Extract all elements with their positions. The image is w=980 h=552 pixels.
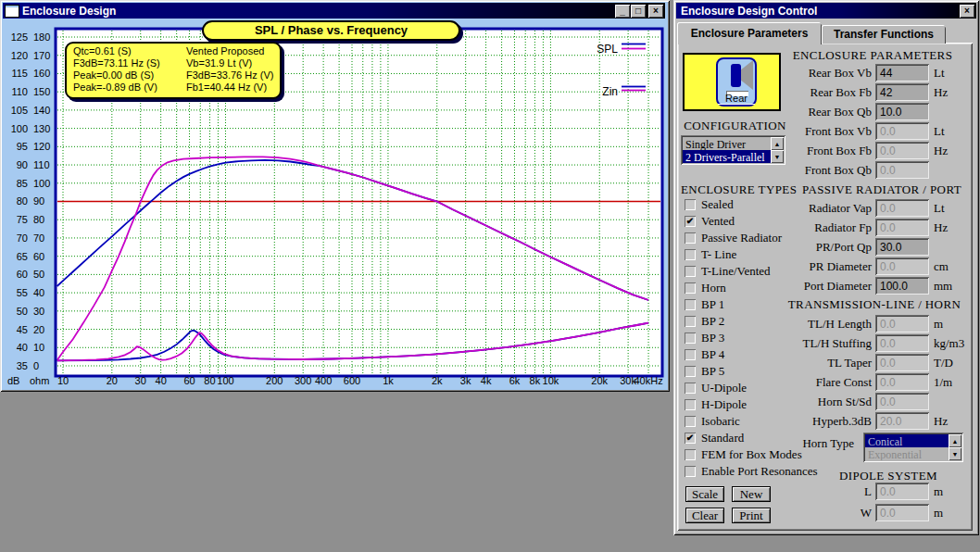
checkbox-sealed[interactable]	[685, 199, 696, 210]
control-close-button[interactable]: ×	[960, 5, 974, 18]
field-input-front-box-qb[interactable]: 0.0	[875, 161, 929, 179]
field-input-pr-diameter[interactable]: 0.0	[875, 257, 929, 275]
minimize-button[interactable]: _	[615, 5, 630, 18]
y-axis-db-tick: 95	[17, 141, 28, 152]
checkbox-standard[interactable]: ✔	[685, 433, 696, 444]
checkbox-fem-for-box-modes[interactable]	[685, 449, 696, 460]
horn-scroll-down-button[interactable]: ▼	[949, 447, 961, 460]
checkbox-label-bp-5: BP 5	[701, 364, 724, 379]
checkbox-h-dipole[interactable]	[685, 399, 696, 410]
info-line: Fb1=40.44 Hz (V)	[186, 82, 280, 94]
field-input-rear-box-qb[interactable]: 10.0	[875, 103, 929, 120]
checkbox-bp-4[interactable]	[685, 349, 696, 360]
checkbox-horn[interactable]	[685, 282, 696, 294]
horn-type-option-conical[interactable]: Conical	[865, 434, 949, 447]
field-input-port-diameter[interactable]: 100.0	[875, 277, 929, 295]
field-input-w[interactable]: 0.0	[875, 504, 929, 521]
y-axis-db-tick: 120	[11, 50, 28, 61]
field-unit-tl-h-length: m	[934, 317, 943, 332]
y-axis-db-tick: 75	[17, 214, 28, 225]
enclosure-type-row: FEM for Box Modes	[673, 446, 886, 463]
field-unit-rear-box-vb: Lt	[934, 66, 945, 81]
maximize-button[interactable]: □	[631, 5, 646, 18]
horn-scroll-up-button[interactable]: ▲	[949, 434, 961, 447]
field-input-rear-box-fb[interactable]: 42	[875, 83, 929, 101]
field-input-rear-box-vb[interactable]: 44	[875, 64, 929, 82]
control-window-titlebar[interactable]: Enclosure Design Control ×	[676, 3, 976, 19]
checkbox-label-horn: Horn	[701, 281, 726, 295]
field-input-tl-h-length[interactable]: 0.0	[875, 315, 929, 332]
y-axis-ohm-tick: 160	[33, 68, 50, 79]
field-unit-radiator-fp: Hz	[934, 220, 948, 235]
enclosure-parameters-header: ENCLOSURE PARAMETERS	[780, 48, 965, 63]
y-axis-ohm-tick: 90	[33, 195, 44, 207]
y-axis-db-tick: 110	[11, 86, 28, 97]
x-axis-tick: 10k	[543, 375, 559, 386]
y-axis-ohm-tick: 130	[33, 123, 50, 134]
y-axis-db-label: dB	[7, 375, 19, 386]
chart-window-titlebar[interactable]: Enclosure Design _ □ ×	[3, 3, 665, 19]
info-line: F3dB=33.76 Hz (V)	[186, 69, 280, 82]
enclosure-type-row: ✔Standard	[673, 430, 886, 446]
field-unit-front-box-vb: Lt	[934, 124, 945, 139]
field-input-pr-port-qp[interactable]: 30.0	[875, 238, 929, 256]
chart-info-box: Qtc=0.61 (S)Vented ProposedF3dB=73.11 Hz…	[65, 42, 282, 99]
checkbox-u-dipole[interactable]	[685, 383, 696, 394]
y-axis-ohm-tick: 110	[33, 159, 50, 170]
field-input-front-box-fb[interactable]: 0.0	[875, 142, 929, 159]
dipole-system-header: DIPOLE SYSTEM	[796, 469, 980, 483]
clear-button[interactable]: Clear	[685, 508, 724, 523]
field-unit-port-diameter: mm	[934, 279, 952, 294]
field-label-horn-st-sd: Horn St/Sd	[729, 395, 872, 409]
y-axis-db-tick: 85	[17, 178, 28, 189]
checkbox-label-bp-3: BP 3	[701, 331, 724, 345]
field-label-tl-h-stuffing: TL/H Stuffing	[729, 336, 872, 351]
field-input-hyperb-3db[interactable]: 20.0	[875, 412, 929, 430]
y-axis-db-tick: 55	[17, 287, 28, 298]
window-system-icon[interactable]	[5, 5, 19, 18]
field-label-tl-taper: TL Taper	[729, 356, 872, 370]
field-label-front-box-vb: Front Box Vb	[729, 124, 872, 139]
checkbox-label-standard: Standard	[701, 431, 744, 445]
checkbox-bp-1[interactable]	[685, 299, 696, 310]
field-unit-w: m	[934, 506, 943, 521]
field-input-radiator-vap[interactable]: 0.0	[875, 199, 929, 217]
field-label-w: W	[729, 506, 872, 521]
info-line: Vb=31.9 Lt (V)	[186, 57, 280, 69]
field-label-flare-const: Flare Const	[729, 375, 872, 390]
field-label-rear-box-fb: Rear Box Fb	[729, 85, 872, 100]
field-input-radiator-fp[interactable]: 0.0	[875, 219, 929, 236]
field-unit-tl-taper: T/D	[934, 356, 953, 370]
field-input-flare-const[interactable]: 0.0	[875, 373, 929, 391]
field-input-tl-h-stuffing[interactable]: 0.0	[875, 334, 929, 352]
field-label-rear-box-vb: Rear Box Vb	[729, 66, 872, 81]
field-input-horn-st-sd[interactable]: 0.0	[875, 393, 929, 410]
field-unit-l: m	[934, 484, 943, 499]
horn-type-list: Conical▲Exponential▼	[863, 433, 963, 462]
checkbox-vented[interactable]: ✔	[685, 216, 696, 227]
checkbox-isobaric[interactable]	[685, 416, 696, 427]
field-input-tl-taper[interactable]: 0.0	[875, 354, 929, 371]
horn-type-option-exponential[interactable]: Exponential	[865, 447, 949, 460]
x-axis-tick: 40kHz	[634, 375, 662, 386]
checkbox-bp-2[interactable]	[685, 316, 696, 327]
info-line: F3dB=73.11 Hz (S)	[73, 57, 186, 69]
field-unit-hyperb-3db: Hz	[934, 414, 948, 429]
field-input-front-box-vb[interactable]: 0.0	[875, 122, 929, 140]
field-input-l[interactable]: 0.0	[875, 483, 929, 500]
scale-button[interactable]: Scale	[685, 486, 724, 502]
checkbox-t-line[interactable]	[685, 249, 696, 260]
close-button[interactable]: ×	[648, 5, 663, 18]
tab-enclosure-parameters[interactable]: Enclosure Parameters	[677, 22, 822, 44]
x-axis-tick: 30	[135, 375, 146, 386]
field-label-radiator-vap: Radiator Vap	[729, 201, 872, 216]
checkbox-passive-radiator[interactable]	[685, 232, 696, 244]
checkbox-bp-5[interactable]	[685, 366, 696, 377]
checkbox-bp-3[interactable]	[685, 332, 696, 344]
tab-transfer-functions[interactable]: Transfer Functions	[822, 25, 946, 44]
checkbox-t-line-vented[interactable]	[685, 266, 696, 277]
checkbox-enable-port-resonances[interactable]	[685, 466, 696, 477]
transmission-line-horn-header: TRANSMISSION-LINE / HORN	[782, 297, 967, 312]
passive-radiator-port-header: PASSIVE RADIATOR / PORT	[789, 182, 974, 197]
field-label-tl-h-length: TL/H Length	[729, 317, 872, 332]
